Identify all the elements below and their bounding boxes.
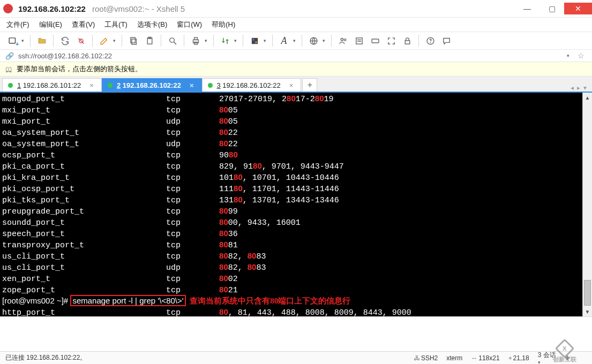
lock-icon[interactable] <box>400 34 414 48</box>
tab-prev-icon[interactable]: ◂ <box>571 84 574 92</box>
status-bar: 已连接 192.168.26.102:22。 🖧SSH2 xterm ↔118x… <box>0 351 592 364</box>
toolbar: + ▾ ▾ ▾ ▾ ▾ A ▾ ▾ <box>0 32 592 50</box>
dropdown-icon[interactable]: ▾ <box>234 38 238 43</box>
svg-rect-13 <box>252 39 254 41</box>
dropdown-icon[interactable]: ▾ <box>113 38 117 43</box>
svg-point-27 <box>430 42 431 43</box>
scroll-down-icon[interactable]: ▼ <box>583 307 592 316</box>
tab-label: 3 192.168.26.102:22 <box>217 81 281 89</box>
chat-icon[interactable] <box>439 34 453 48</box>
copy-icon[interactable] <box>126 34 140 48</box>
svg-rect-4 <box>130 37 135 43</box>
tab-close-icon[interactable]: × <box>190 81 194 89</box>
svg-point-17 <box>344 39 346 41</box>
session-tab[interactable]: 1 192.168.26.101:22× <box>2 78 102 92</box>
dropdown-icon[interactable]: ▾ <box>323 38 327 43</box>
svg-rect-14 <box>255 41 257 43</box>
users-icon[interactable] <box>336 34 350 48</box>
color-icon[interactable] <box>248 34 261 48</box>
status-conn: 已连接 192.168.26.102:22。 <box>5 353 405 362</box>
window-title-main: 192.168.26.102:22 <box>18 4 86 13</box>
status-dot-icon <box>208 83 213 88</box>
tab-label: 2 192.168.26.102:22 <box>117 81 181 89</box>
tab-close-icon[interactable]: × <box>289 81 294 89</box>
dropdown-icon[interactable]: ▾ <box>264 38 268 43</box>
tab-add-button[interactable]: + <box>302 78 317 92</box>
address-dropdown-icon[interactable]: ▾ <box>567 53 571 58</box>
open-folder-icon[interactable] <box>35 34 49 48</box>
fullscreen-icon[interactable] <box>384 34 398 48</box>
tab-label: 1 192.168.26.101:22 <box>17 81 81 89</box>
tab-nav: ◂ ▸ ▾ <box>571 84 592 92</box>
menu-view[interactable]: 查看(V) <box>72 20 95 29</box>
print-icon[interactable] <box>189 34 203 48</box>
protocol-icon: 🔗 <box>5 52 14 60</box>
address-bar: 🔗 ssh://root@192.168.26.102:22 ▾ ☆ <box>0 50 592 62</box>
status-termtype: xterm <box>446 354 462 362</box>
reconnect-icon[interactable] <box>58 34 72 48</box>
address-text[interactable]: ssh://root@192.168.26.102:22 <box>18 52 563 60</box>
title-bar: 192.168.26.102:22 root@vms002:~ - Xshell… <box>0 0 592 17</box>
scrollbar[interactable]: ▲ ▼ <box>582 93 592 316</box>
transfer-icon[interactable] <box>218 34 232 48</box>
svg-rect-0 <box>9 37 15 43</box>
tab-list-icon[interactable]: ▾ <box>583 84 587 92</box>
compose-hint <box>0 317 592 329</box>
status-pos: ⌖21,18 <box>508 354 529 362</box>
tab-next-icon[interactable]: ▸ <box>577 84 580 92</box>
status-size: ↔118x21 <box>471 354 499 362</box>
globe-icon[interactable] <box>306 34 320 48</box>
tab-strip: 1 192.168.26.101:22×2 192.168.26.102:22×… <box>0 77 592 93</box>
svg-rect-25 <box>405 40 410 43</box>
tip-text: 要添加当前会话，点击左侧的箭头按钮。 <box>17 64 142 74</box>
menu-window[interactable]: 窗口(W) <box>177 20 202 29</box>
menu-edit[interactable]: 编辑(E) <box>39 20 62 29</box>
minimize-button[interactable]: — <box>515 3 539 14</box>
status-ssh: 🖧SSH2 <box>414 354 438 362</box>
svg-rect-21 <box>372 39 379 42</box>
terminal[interactable]: mongod_port_t tcp 27017-27019, 28017-280… <box>0 93 582 316</box>
tip-bar: 🕮 要添加当前会话，点击左侧的箭头按钮。 <box>0 62 592 77</box>
svg-point-16 <box>341 38 343 40</box>
menu-bar: 文件(F) 编辑(E) 查看(V) 工具(T) 选项卡(B) 窗口(W) 帮助(… <box>0 17 592 32</box>
find-icon[interactable] <box>166 34 179 48</box>
paste-icon[interactable] <box>143 34 156 48</box>
session-tab[interactable]: 3 192.168.26.102:22× <box>202 78 302 92</box>
svg-rect-3 <box>131 39 136 44</box>
bookmark-add-icon[interactable]: 🕮 <box>5 65 12 73</box>
menu-file[interactable]: 文件(F) <box>6 20 29 29</box>
status-dot-icon <box>8 83 13 88</box>
scroll-thumb[interactable] <box>584 280 591 306</box>
text-icon[interactable] <box>352 34 366 48</box>
window-title-sub: root@vms002:~ - Xshell 5 <box>92 4 185 13</box>
watermark: X 创新互联 <box>541 342 589 364</box>
bookmark-icon[interactable]: ☆ <box>575 51 587 60</box>
new-session-icon[interactable]: + <box>5 34 19 48</box>
dropdown-icon[interactable]: ▾ <box>21 38 26 43</box>
help-icon[interactable] <box>423 34 437 48</box>
menu-help[interactable]: 帮助(H) <box>212 20 235 29</box>
app-icon <box>3 4 13 13</box>
disconnect-icon[interactable] <box>74 34 88 48</box>
svg-line-8 <box>174 42 176 44</box>
scroll-up-icon[interactable]: ▲ <box>583 93 592 102</box>
dropdown-icon[interactable]: ▾ <box>293 38 297 43</box>
svg-point-7 <box>169 37 174 42</box>
menu-tabs[interactable]: 选项卡(B) <box>137 20 167 29</box>
svg-rect-10 <box>194 37 197 40</box>
font-icon[interactable]: A <box>277 34 291 48</box>
edit-properties-icon[interactable] <box>97 34 111 48</box>
keyboard-icon[interactable] <box>368 34 382 48</box>
close-button[interactable]: ✕ <box>564 3 592 14</box>
maximize-button[interactable]: ▢ <box>539 3 564 14</box>
dropdown-icon[interactable]: ▾ <box>205 38 209 43</box>
status-dot-icon <box>108 83 113 88</box>
menu-tools[interactable]: 工具(T) <box>104 20 128 29</box>
tab-close-icon[interactable]: × <box>89 81 94 89</box>
session-tab[interactable]: 2 192.168.26.102:22× <box>102 78 202 92</box>
